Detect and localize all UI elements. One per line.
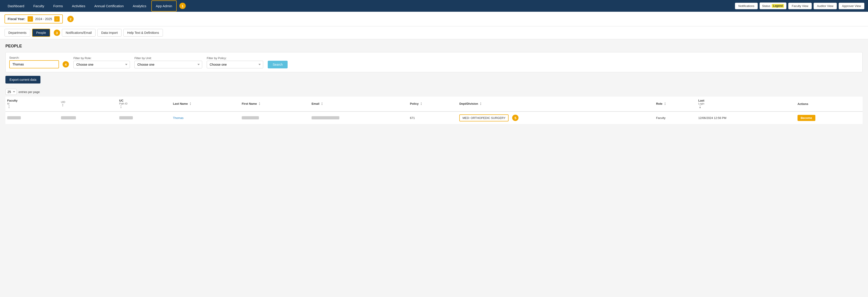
sort-icon-email[interactable]: ▲▼ [321, 102, 323, 106]
table-header-row: Faculty Id ▲▼ UID ▲▼ UC Path ID [5, 97, 863, 111]
first-name-value: ▓▓▓▓▓▓▓▓ [242, 116, 259, 120]
cell-policy: 671 [408, 111, 458, 124]
become-button[interactable]: Become [798, 115, 815, 121]
faculty-view-button[interactable]: Faculty View [788, 3, 811, 9]
nav-annual-certification[interactable]: Annual Certification [90, 1, 128, 11]
nav-faculty[interactable]: Faculty [29, 1, 48, 11]
search-label: Search: [9, 56, 69, 59]
step-badge-1: 1 [179, 3, 186, 9]
col-uid: UID ▲▼ [59, 97, 118, 111]
path-id-value: ▓▓▓▓▓ [119, 116, 133, 120]
cell-last-name: Thomas [171, 111, 240, 124]
people-table: Faculty Id ▲▼ UID ▲▼ UC Path ID [5, 97, 863, 124]
nav-forms[interactable]: Forms [49, 1, 67, 11]
sort-icon-policy[interactable]: ▲▼ [421, 102, 422, 106]
top-navigation: Dashboard Faculty Forms Activities Annua… [0, 0, 868, 12]
approver-view-button[interactable]: Approver View [839, 3, 864, 9]
col-last-name: Last Name ▲▼ [171, 97, 240, 111]
tab-notifications-email[interactable]: Notifications/Email [62, 29, 96, 37]
nav-activities[interactable]: Activities [68, 1, 89, 11]
tab-help-text-definitions[interactable]: Help Text & Definitions [123, 29, 163, 37]
search-group: Search: 4 [9, 56, 69, 68]
filter-role-group: Filter by Role: Choose one [73, 57, 130, 68]
col-role: Role ▲▼ [654, 97, 696, 111]
section-title: PEOPLE [5, 44, 863, 48]
sort-icon-role[interactable]: ▲▼ [664, 102, 666, 106]
notifications-button[interactable]: Notifications [735, 3, 758, 9]
fiscal-next-button[interactable]: › [54, 16, 60, 22]
cell-actions: Become [796, 111, 863, 124]
search-input[interactable] [9, 60, 59, 68]
export-button[interactable]: Export current data [5, 76, 40, 84]
col-path-id: UC Path ID ▲▼ [118, 97, 171, 111]
auditor-view-button[interactable]: Auditor View [813, 3, 837, 9]
nav-app-admin[interactable]: App Admin [151, 0, 177, 11]
nav-dashboard[interactable]: Dashboard [4, 1, 28, 11]
last-name-link[interactable]: Thomas [173, 116, 183, 120]
col-last-login: Last Login ▲▼ [696, 97, 796, 111]
step-badge-4: 4 [63, 61, 69, 67]
email-value: ▓▓▓▓▓▓▓▓▓▓▓▓▓ [312, 116, 339, 120]
cell-role: Faculty [654, 111, 696, 124]
status-label: Status [762, 4, 770, 8]
col-dept: Dept/Division ▲▼ [458, 97, 654, 111]
per-page-label: entries per page [19, 90, 40, 94]
sort-icon-uid[interactable]: ▲▼ [62, 103, 64, 107]
status-legend-button[interactable]: Status Legend [760, 2, 787, 9]
table-row: ▓▓▓▓▓▓ ▓▓▓▓▓▓▓ ▓▓▓▓▓ Thomas ▓▓▓▓▓▓▓▓ ▓▓▓… [5, 111, 863, 124]
sub-navigation: Departments People 3 Notifications/Email… [0, 26, 868, 39]
sort-icon-last-login[interactable]: ▲▼ [699, 105, 701, 109]
main-content: PEOPLE Search: 4 Filter by Role: Choose … [0, 39, 868, 129]
fiscal-year-selector: Fiscal Year: ‹ 2024 - 2025 › [4, 14, 63, 24]
fiscal-year-bar: Fiscal Year: ‹ 2024 - 2025 › 2 [0, 12, 868, 26]
nav-analytics[interactable]: Analytics [129, 1, 151, 11]
filter-bar: Search: 4 Filter by Role: Choose one Fil… [5, 52, 863, 72]
cell-uid: ▓▓▓▓▓▓▓ [59, 111, 118, 124]
sort-icon-path-id[interactable]: ▲▼ [120, 105, 122, 109]
col-faculty-id: Faculty Id ▲▼ [5, 97, 59, 111]
uid-value: ▓▓▓▓▓▓▓ [61, 116, 76, 120]
col-policy: Policy ▲▼ [408, 97, 458, 111]
nav-items-right: Notifications Status Legend Faculty View… [735, 2, 864, 9]
dept-division-value: MED: ORTHOPEDIC SURGERY [459, 114, 508, 122]
cell-email: ▓▓▓▓▓▓▓▓▓▓▓▓▓ [310, 111, 408, 124]
cell-path-id: ▓▓▓▓▓ [118, 111, 171, 124]
fiscal-year-value: 2024 - 2025 [35, 17, 52, 21]
search-button[interactable]: Search [268, 61, 288, 68]
filter-unit-select[interactable]: Choose one [134, 61, 202, 68]
step-badge-3: 3 [54, 30, 60, 36]
filter-role-select[interactable]: Choose one [73, 61, 130, 68]
tab-people[interactable]: People [32, 29, 50, 37]
cell-faculty-id: ▓▓▓▓▓▓ [5, 111, 59, 124]
nav-items-left: Dashboard Faculty Forms Activities Annua… [4, 0, 186, 11]
fiscal-year-label: Fiscal Year: [8, 17, 25, 21]
filter-policy-label: Filter by Policy: [207, 57, 263, 60]
step-badge-5: 5 [512, 114, 519, 121]
filter-unit-label: Filter by Unit: [134, 57, 202, 60]
filter-role-label: Filter by Role: [73, 57, 130, 60]
sort-icon-last-name[interactable]: ▲▼ [190, 102, 191, 106]
col-email: Email ▲▼ [310, 97, 408, 111]
filter-unit-group: Filter by Unit: Choose one [134, 57, 202, 68]
filter-policy-select[interactable]: Choose one [207, 61, 263, 68]
per-page-select[interactable]: 25 [5, 89, 17, 95]
legend-badge: Legend [772, 4, 784, 8]
cell-first-name: ▓▓▓▓▓▓▓▓ [240, 111, 310, 124]
sort-icon-first-name[interactable]: ▲▼ [259, 102, 260, 106]
step-badge-2: 2 [67, 16, 74, 22]
tab-departments[interactable]: Departments [4, 29, 30, 37]
sort-icon-faculty-id[interactable]: ▲▼ [8, 105, 10, 109]
cell-dept: MED: ORTHOPEDIC SURGERY 5 [458, 111, 654, 124]
faculty-id-value: ▓▓▓▓▓▓ [7, 116, 21, 120]
tab-data-import[interactable]: Data Import [97, 29, 122, 37]
sort-icon-dept[interactable]: ▲▼ [480, 102, 482, 106]
col-first-name: First Name ▲▼ [240, 97, 310, 111]
cell-last-login: 12/06/2024 12:56 PM [696, 111, 796, 124]
col-actions: Actions [796, 97, 863, 111]
fiscal-prev-button[interactable]: ‹ [28, 16, 33, 22]
filter-policy-group: Filter by Policy: Choose one [207, 57, 263, 68]
